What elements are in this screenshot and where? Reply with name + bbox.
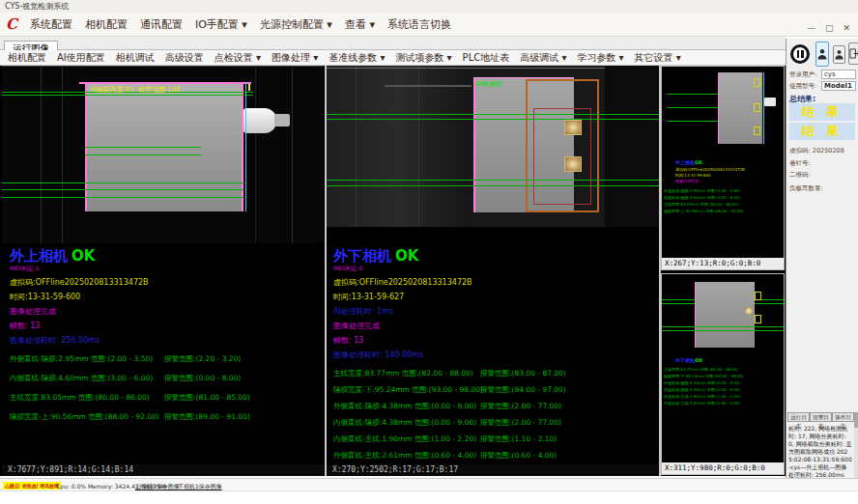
measurement-list: 主线宽度:83.77mm 范围:(82.00 - 88.00)报警范围:(83.… <box>333 369 657 467</box>
tool-learn-params[interactable]: 学习参数 ▾ <box>577 51 623 65</box>
frame-count-line: 帧数: 13 <box>10 321 321 331</box>
user-icon <box>835 49 844 60</box>
mid-camera-image[interactable]: AI检测框 <box>327 66 659 227</box>
mini-top-camera-view[interactable]: 外上相机OK 虚拟码:OFFline2025020813313472B 时间:1… <box>661 66 785 270</box>
window-titlebar: CYS-视觉检测系统 <box>0 0 858 13</box>
measure-line <box>668 94 720 95</box>
log-scrollbar[interactable] <box>854 412 858 478</box>
measurement-row: 外侧直线-隔膜:4.38mm 范围:(0.00 - 9.00)报警范围:(2.0… <box>333 402 657 418</box>
tool-advanced-debug[interactable]: 高级调试 ▾ <box>520 51 566 65</box>
measurement-value: 隔膜宽度-上:90.56mm 范围:(88.00 - 92.00) <box>664 209 744 213</box>
measurement-row: 隔膜宽度-下:95.24mm 范围:(93.00 - 98.00)报警范围:(9… <box>333 385 657 402</box>
measure-line <box>327 180 659 181</box>
mid-camera-info: 外下相机OK MES判定:0 虚拟码:OFFline20250208133134… <box>333 247 657 467</box>
left-camera-info: 外上相机OK MES判定:1 虚拟码:OFFline20250208133134… <box>10 247 321 432</box>
tool-baseline-params[interactable]: 基准线参数 ▾ <box>329 51 385 65</box>
model-label: 使用型号: <box>789 82 816 91</box>
machine-highlight <box>385 85 472 87</box>
measurement-value: 隔膜宽度-下:95.24mm 范围:(93.00 - 98.00) <box>333 385 483 395</box>
menu-language-switch[interactable]: 系统语言切换 <box>387 17 451 32</box>
user-manage-button[interactable] <box>833 45 845 64</box>
menu-system-config[interactable]: 系统配置 <box>30 17 72 32</box>
minimize-icon[interactable]: — <box>807 23 815 33</box>
measurement-value: 主线宽度:83.77mm 范围:(82.00 - 88.00) <box>664 367 738 372</box>
camera-name: 外下相机 <box>675 357 695 363</box>
login-user-field[interactable]: cys <box>821 70 856 79</box>
alarm-range: 报警范围:(2.00 - 77.00) <box>480 402 561 411</box>
overlay-ai-label: AI检测框 <box>475 79 502 89</box>
qrcode-label: 二维码: <box>789 171 811 180</box>
exit-icon <box>849 48 858 59</box>
tool-spot-check[interactable]: 点检设置 ▾ <box>214 51 261 65</box>
tool-image-processing[interactable]: 图像处理 ▾ <box>272 51 318 65</box>
process-time-line: 图像处理耗时: 256.00ms <box>10 335 321 346</box>
measurement-value: 外侧直线-主线:2.61mm 范围:(0.60 - 4.00) <box>664 401 740 406</box>
measurement-row: 主线宽度:83.77mm 范围:(82.00 - 88.00)报警范围:(83.… <box>333 369 657 385</box>
tab-contact <box>564 156 582 172</box>
measure-line <box>327 185 659 186</box>
alarm-range: 报警范围:(81.00 - 85.00) <box>164 393 250 403</box>
measurement-value: 主线宽度:83.05mm 范围:(80.00 - 86.00) <box>664 202 738 207</box>
measurement-value: 外侧直线-主线:2.61mm 范围:(0.60 - 4.00) <box>333 451 476 461</box>
model-field[interactable]: Model1 <box>821 81 856 91</box>
log-tab-run[interactable]: 运行日志 <box>787 412 810 422</box>
menu-comm-config[interactable]: 通讯配置 <box>140 17 183 32</box>
tool-plc-address[interactable]: PLC地址表 <box>463 51 510 65</box>
measurement-row: 外侧直线-隔膜:2.95mm 范围:(2.00 - 3.50)报警范围:(2.2… <box>10 354 321 374</box>
mini-top-pixel-coords: X:267;Y:13;R:0;G:0;B:0 <box>662 258 784 269</box>
camera-title: 外下相机OK <box>333 247 657 266</box>
tool-advanced-settings[interactable]: 高级设置 <box>165 51 204 65</box>
measure-line <box>2 95 253 96</box>
menu-camera-config[interactable]: 相机配置 <box>85 17 128 32</box>
measure-line <box>2 189 243 190</box>
detect-box <box>755 292 761 300</box>
measurement-value: 主线宽度:83.77mm 范围:(82.00 - 88.00) <box>333 369 473 378</box>
band-line <box>356 66 357 227</box>
measurement-row: 内侧直线-主线:1.90mm 范围:(1.00 - 2.20)报警范围:(1.1… <box>333 434 657 451</box>
log-tab-operation[interactable]: 操作日志 <box>832 412 854 422</box>
barcode-line: 虚拟码:OFFline2025020813313472B <box>10 277 321 288</box>
alarm-range: 报警范围:(89.00 - 91.00) <box>164 412 250 422</box>
save-lower-camera-image-link[interactable]: 下相机1保存图像 <box>178 483 222 491</box>
process-done-line: 图像处理完成 <box>675 179 699 183</box>
image-edge-line <box>2 66 324 67</box>
camera-title: 外上相机OK <box>10 247 321 266</box>
menu-view[interactable]: 查看 ▾ <box>345 17 375 32</box>
tool-camera-debug[interactable]: 相机调试 <box>116 51 155 65</box>
edge-guide-line <box>245 82 246 211</box>
band-line <box>418 66 419 227</box>
tool-ai-config[interactable]: AI使用配置 <box>57 51 105 65</box>
frame-count-line: 帧数: 13 <box>333 335 657 346</box>
measurement-value: 内侧直线-主线:1.90mm 范围:(1.00 - 2.20) <box>333 434 476 444</box>
detect-box <box>754 126 760 135</box>
menu-bar: C 系统配置 相机配置 通讯配置 IO手配置 ▾ 光源控制配置 ▾ 查看 ▾ 系… <box>0 13 858 37</box>
tool-other-settings[interactable]: 其它设置 ▾ <box>635 51 681 65</box>
mes-judgement: MES判定:1 <box>10 265 321 273</box>
left-camera-image[interactable]: N隔膜高度:93. 检查范围:100 <box>2 66 324 243</box>
menu-io-config[interactable]: IO手配置 ▾ <box>195 17 247 32</box>
band-line <box>292 66 293 243</box>
measurement-value: 内侧直线-隔膜:4.38mm 范围:(0.00 - 9.00) <box>333 418 476 428</box>
cell-block <box>85 84 243 211</box>
mid-pixel-coords: X:270;Y:2502;R:17;G:17;B:17 <box>327 464 659 476</box>
measurement-value: 外侧直线-隔膜:2.95mm 范围:(2.00 - 3.50) <box>10 354 153 364</box>
save-upper-camera-image-link[interactable]: 上相机1保存图像 <box>135 483 180 491</box>
log-scrollbar-thumb[interactable] <box>854 412 858 428</box>
close-icon[interactable]: ✕ <box>843 23 850 33</box>
tool-camera-config[interactable]: 相机配置 <box>8 51 46 65</box>
measurement-value: 主线宽度:83.05mm 范围:(80.00 - 86.00) <box>10 393 150 403</box>
tab-count-label: 负极耳数量: <box>789 184 823 193</box>
pause-icon <box>797 50 800 58</box>
mini-bottom-camera-view[interactable]: 外下相机OK 主线宽度:83.77mm 范围:(82.00 - 88.00) 隔… <box>661 273 785 475</box>
user-login-button[interactable] <box>815 42 829 67</box>
pause-button[interactable] <box>790 44 810 64</box>
log-tab-alarm[interactable]: 报警日志 <box>810 412 832 422</box>
tool-test-params[interactable]: 测试项参数 ▾ <box>395 51 451 65</box>
result-ok: OK <box>395 247 418 265</box>
menu-light-config[interactable]: 光源控制配置 ▾ <box>260 17 332 32</box>
exit-button[interactable] <box>848 42 858 65</box>
camera-name: 外上相机 <box>675 159 695 165</box>
process-time-line: 图像处理耗时: 140.00ms <box>333 350 657 360</box>
result-box-top: 结 果 <box>789 103 855 121</box>
maximize-icon[interactable]: ▢ <box>825 23 834 33</box>
